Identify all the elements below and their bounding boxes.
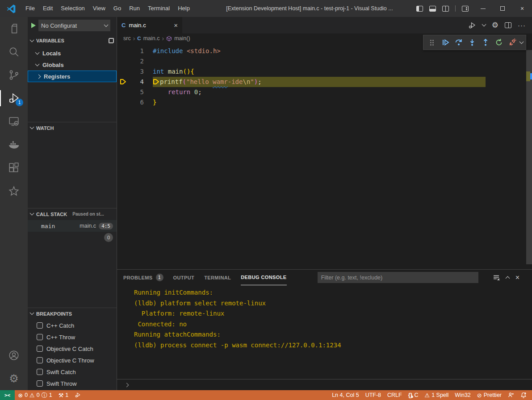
remote-icon: ><: [4, 392, 10, 398]
tab-close-icon[interactable]: ×: [174, 21, 178, 29]
breakpoint-cpp-catch[interactable]: C++ Catch: [28, 320, 117, 331]
gripper-icon: [430, 40, 434, 46]
checkbox-icon[interactable]: [37, 380, 43, 387]
toggle-secondary-sidebar-icon[interactable]: [442, 6, 449, 12]
run-or-debug-icon[interactable]: [468, 21, 476, 29]
code-editor[interactable]: 1 #include <stdio.h> 2 3 int main(){ 4 p…: [117, 43, 532, 269]
sidebar-item-star-extension[interactable]: [0, 179, 28, 203]
sidebar-item-explorer[interactable]: [0, 17, 28, 40]
menu-edit[interactable]: Edit: [39, 3, 57, 14]
cursor-position[interactable]: Ln 4, Col 5: [329, 390, 362, 400]
checkbox-icon[interactable]: [37, 322, 43, 329]
chevron-down-icon: [35, 50, 40, 54]
step-into-button[interactable]: [466, 37, 478, 48]
variables-item-registers[interactable]: Registers: [28, 71, 117, 82]
step-out-icon: [482, 38, 490, 46]
menu-file[interactable]: File: [21, 3, 39, 14]
breakpoint-swift-throw[interactable]: Swift Throw: [28, 378, 117, 389]
tab-output[interactable]: OUTPUT: [173, 270, 195, 285]
sidebar-item-extensions[interactable]: [0, 156, 28, 179]
continue-button[interactable]: [440, 37, 451, 48]
tab-terminal[interactable]: TERMINAL: [204, 270, 231, 285]
variables-item-locals[interactable]: Locals: [28, 47, 117, 59]
restart-button[interactable]: [493, 37, 505, 48]
clear-console-icon[interactable]: [493, 274, 500, 281]
inline-breakpoint-arrow-icon[interactable]: [153, 79, 160, 85]
spell-checker-status[interactable]: ⚠ 1 Spell: [421, 390, 452, 400]
console-filter-input[interactable]: [318, 272, 478, 283]
breakpoint-objc-throw[interactable]: Objective C Throw: [28, 354, 117, 366]
checkbox-icon[interactable]: [37, 334, 43, 340]
tab-problems[interactable]: PROBLEMS 1: [123, 270, 163, 285]
minimize-button[interactable]: [473, 0, 493, 17]
menu-terminal[interactable]: Terminal: [144, 3, 174, 14]
breakpoint-label: Swift Catch: [46, 369, 76, 375]
breakpoint-objc-catch[interactable]: Objective C Catch: [28, 343, 117, 354]
tools-status[interactable]: ⚒ 1: [55, 390, 72, 400]
notifications-button[interactable]: [517, 390, 532, 400]
launch-config-select[interactable]: No Configurat: [38, 20, 110, 31]
breakpoint-cpp-throw[interactable]: C++ Throw: [28, 331, 117, 343]
problems-status[interactable]: ⊗ 0 ⚠ 0 ⓘ 1: [15, 390, 55, 400]
sidebar-item-search[interactable]: [0, 40, 28, 63]
start-debug-icon[interactable]: [31, 23, 36, 28]
remote-indicator[interactable]: ><: [0, 390, 15, 400]
menu-selection[interactable]: Selection: [57, 3, 88, 14]
menu-view[interactable]: View: [89, 3, 109, 14]
toggle-sidebar-icon[interactable]: [416, 6, 423, 12]
sidebar-item-run-debug[interactable]: 1: [0, 87, 28, 110]
close-panel-icon[interactable]: ×: [515, 274, 519, 282]
formatter-status[interactable]: ⊘ Prettier: [474, 390, 505, 400]
collapse-all-icon[interactable]: [109, 38, 114, 43]
chevron-down-icon[interactable]: [519, 39, 524, 44]
debug-status[interactable]: [71, 390, 84, 400]
menu-help[interactable]: Help: [174, 3, 194, 14]
menu-go[interactable]: Go: [109, 3, 125, 14]
sidebar-item-remote-explorer[interactable]: [0, 110, 28, 133]
toolbar-drag-handle[interactable]: [426, 37, 438, 48]
watch-section-header[interactable]: WATCH: [28, 122, 117, 133]
console-line: Running attachCommands:: [134, 329, 532, 340]
debug-console-input[interactable]: [117, 379, 532, 390]
sidebar-item-source-control[interactable]: [0, 63, 28, 87]
editor-gear-icon[interactable]: ⚙: [492, 21, 498, 29]
split-editor-icon[interactable]: [505, 22, 511, 28]
breadcrumb-symbol[interactable]: main(): [174, 35, 190, 42]
step-over-icon: [455, 38, 463, 46]
chevron-down-icon: [30, 125, 34, 129]
chevron-down-icon: [104, 22, 109, 27]
account-button[interactable]: [0, 344, 28, 367]
feedback-button[interactable]: [505, 390, 517, 400]
checkbox-icon[interactable]: [37, 357, 43, 363]
eol-indicator[interactable]: CRLF: [384, 390, 405, 400]
more-actions-icon[interactable]: ···: [518, 21, 526, 29]
language-mode[interactable]: {} C: [405, 390, 422, 400]
variables-section-header[interactable]: VARIABLES: [28, 35, 117, 46]
close-button[interactable]: ×: [512, 0, 532, 17]
call-stack-frame-main[interactable]: main main.c 4:5: [28, 220, 117, 232]
breadcrumb-src[interactable]: src: [123, 35, 131, 42]
breakpoints-section-header[interactable]: BREAKPOINTS: [28, 308, 117, 319]
step-over-button[interactable]: [453, 37, 465, 48]
breakpoint-swift-catch[interactable]: Swift Catch: [28, 366, 117, 378]
variables-item-globals[interactable]: Globals: [28, 59, 117, 71]
checkbox-icon[interactable]: [37, 369, 43, 375]
breadcrumb-file[interactable]: main.c: [143, 35, 160, 42]
maximize-button[interactable]: [493, 0, 512, 17]
maximize-panel-icon[interactable]: [505, 276, 510, 281]
disconnect-button[interactable]: [507, 37, 518, 48]
menu-run[interactable]: Run: [125, 3, 144, 14]
debug-console-label: DEBUG CONSOLE: [241, 275, 286, 280]
step-out-button[interactable]: [480, 37, 491, 48]
platform-indicator[interactable]: Win32: [452, 390, 473, 400]
checkbox-icon[interactable]: [37, 346, 43, 352]
sidebar-item-docker[interactable]: [0, 133, 28, 156]
tab-debug-console[interactable]: DEBUG CONSOLE: [241, 270, 286, 285]
settings-button[interactable]: ⚙: [0, 367, 28, 390]
encoding-indicator[interactable]: UTF-8: [362, 390, 384, 400]
toggle-panel-icon[interactable]: [429, 6, 436, 12]
call-stack-section-header[interactable]: CALL STACK Paused on st...: [28, 208, 117, 220]
chevron-down-icon[interactable]: [482, 22, 486, 27]
tab-main-c[interactable]: C main.c ×: [117, 17, 182, 33]
customize-layout-icon[interactable]: [462, 6, 469, 12]
